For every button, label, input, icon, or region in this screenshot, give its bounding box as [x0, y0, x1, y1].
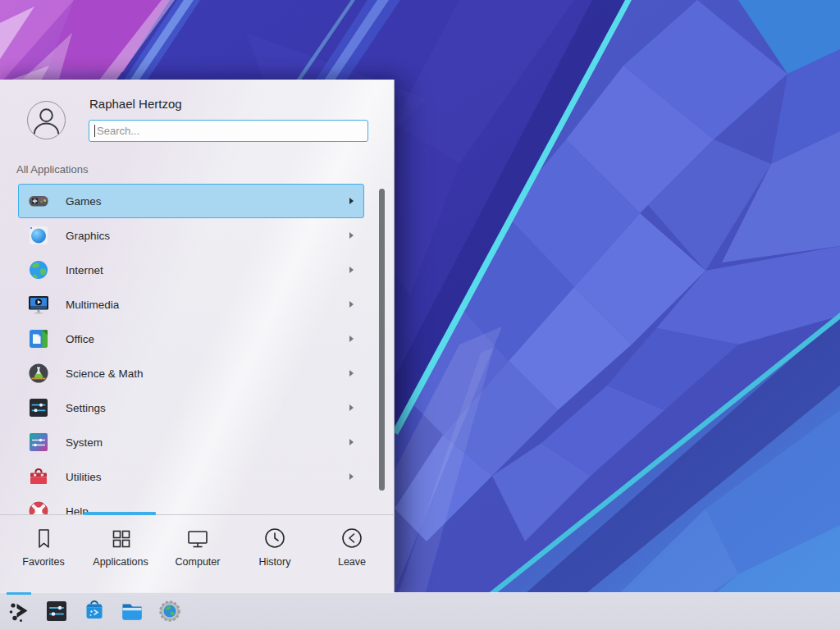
submenu-arrow-icon	[349, 301, 354, 308]
app-launcher-button[interactable]	[7, 599, 31, 623]
category-multimedia[interactable]: Multimedia	[18, 287, 364, 322]
user-name: Raphael Hertzog	[89, 97, 182, 111]
system-settings-icon	[44, 599, 69, 623]
category-system[interactable]: System	[18, 425, 364, 459]
favorites-icon	[31, 526, 56, 550]
office-icon	[28, 328, 49, 349]
settings-icon	[28, 397, 49, 418]
internet-icon	[28, 259, 49, 281]
file-manager-button[interactable]	[120, 599, 144, 623]
tab-applications[interactable]: Applications	[82, 519, 159, 590]
tab-computer[interactable]: Computer	[159, 519, 236, 590]
launcher-active-indicator	[7, 592, 31, 595]
search-input[interactable]	[89, 121, 368, 141]
launcher-tab-bar: Favorites Applications Computer History	[5, 519, 390, 590]
section-label: All Applications	[16, 163, 88, 176]
history-icon	[262, 526, 287, 550]
search-field[interactable]	[89, 120, 368, 142]
tab-favorites[interactable]: Favorites	[5, 519, 82, 590]
active-tab-indicator	[84, 512, 156, 515]
system-settings-button[interactable]	[44, 599, 69, 623]
category-internet[interactable]: Internet	[18, 253, 364, 287]
system-icon	[28, 431, 49, 453]
web-browser-button[interactable]	[158, 599, 182, 623]
multimedia-icon	[28, 294, 49, 315]
category-help[interactable]: Help	[18, 494, 364, 515]
help-icon	[28, 500, 49, 515]
discover-button[interactable]	[82, 599, 107, 623]
submenu-arrow-icon	[349, 439, 354, 445]
category-science-math[interactable]: Science & Math	[18, 356, 364, 390]
graphics-icon	[28, 225, 49, 246]
application-launcher-menu: Raphael Hertzog All Applications Games	[0, 80, 395, 592]
text-caret	[94, 125, 95, 137]
category-graphics[interactable]: Graphics	[18, 218, 364, 253]
computer-icon	[185, 526, 210, 550]
games-icon	[28, 190, 49, 212]
user-icon	[28, 102, 65, 139]
category-office[interactable]: Office	[18, 322, 364, 356]
discover-icon	[82, 599, 107, 623]
leave-icon	[340, 526, 364, 550]
applications-icon	[108, 526, 133, 550]
footer-separator	[0, 514, 395, 515]
category-list: Games Graphics	[18, 184, 364, 515]
science-icon	[28, 363, 49, 384]
category-utilities[interactable]: Utilities	[18, 459, 364, 494]
submenu-arrow-icon	[349, 336, 354, 342]
web-browser-icon	[158, 599, 182, 623]
tab-history[interactable]: History	[236, 519, 313, 590]
category-games[interactable]: Games	[18, 184, 364, 218]
submenu-arrow-icon	[349, 404, 354, 411]
scrollbar-thumb[interactable]	[379, 189, 385, 491]
desktop: Raphael Hertzog All Applications Games	[0, 0, 840, 630]
utilities-icon	[28, 466, 49, 487]
user-avatar[interactable]	[27, 101, 66, 139]
submenu-arrow-icon	[349, 473, 354, 480]
submenu-arrow-icon	[349, 370, 354, 377]
tab-leave[interactable]: Leave	[313, 519, 390, 590]
taskbar-panel: ES 7:03 PM 4/24/21	[0, 592, 840, 630]
app-launcher-icon	[7, 599, 31, 623]
category-settings[interactable]: Settings	[18, 390, 364, 425]
submenu-arrow-icon	[349, 267, 354, 273]
submenu-arrow-icon	[349, 198, 354, 204]
file-manager-icon	[120, 599, 144, 623]
submenu-arrow-icon	[349, 232, 354, 239]
